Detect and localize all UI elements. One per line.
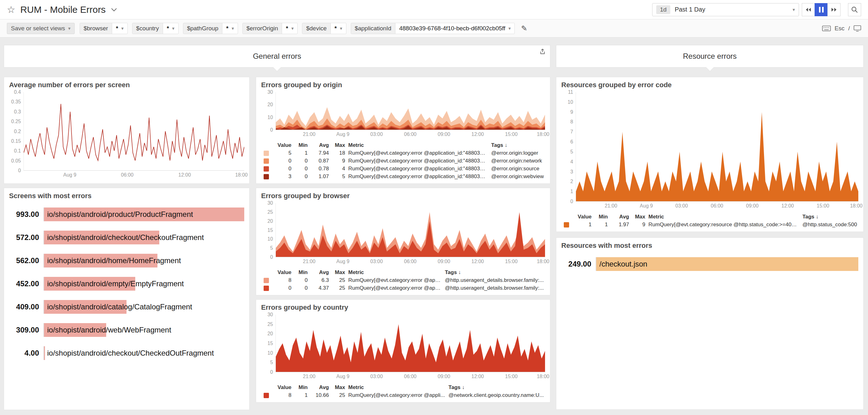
widget-avg-errors-per-screen[interactable]: Average number of errors per screen 0.40…	[4, 77, 250, 184]
legend-metric: RumQuery[@evt.category:error @applicatio…	[348, 173, 488, 180]
template-variable-errorOrigin[interactable]: $errorOrigin*▾	[242, 23, 298, 34]
legend-value: 0	[274, 166, 291, 172]
widget-errors-by-origin[interactable]: Errors grouped by origin 3020100 21:00Au…	[256, 77, 550, 184]
legend-header: Min	[294, 384, 308, 391]
toplist-bar-area: io/shopist/android/empty/EmptyFragment	[43, 277, 244, 291]
template-variable-browser[interactable]: $browser*▾	[80, 23, 128, 34]
legend-value: 5	[274, 150, 291, 156]
legend-header: Max	[632, 214, 645, 220]
edit-pencil-icon[interactable]: ✎	[521, 24, 527, 33]
toplist-row[interactable]: 249.00/checkout.json	[561, 257, 858, 271]
legend-avg: 0.78	[311, 166, 329, 172]
widget-resources-with-most-errors[interactable]: Resources with most errors 249.00/checko…	[556, 237, 864, 410]
x-axis-tick: Aug 9	[336, 374, 349, 379]
pause-button[interactable]	[814, 3, 828, 16]
chevron-down-icon[interactable]	[111, 7, 118, 11]
legend-swatch[interactable]	[264, 151, 269, 156]
legend-min: 1	[294, 392, 308, 398]
variable-name: $device	[302, 23, 331, 34]
legend-swatch[interactable]	[264, 278, 269, 283]
legend-header: Tags ↓	[448, 384, 544, 391]
monitor-icon[interactable]	[854, 25, 861, 32]
resource-column: Resources grouped by error code 11109876…	[556, 77, 864, 410]
chevron-down-icon: ▾	[172, 26, 175, 31]
legend-tags: @http.status_code:500	[802, 221, 857, 228]
legend-tags: @error.origin:source	[491, 166, 544, 172]
y-axis-tick: 25	[267, 322, 273, 327]
browser-area-chart[interactable]	[276, 203, 545, 257]
plot-area[interactable]	[276, 315, 545, 372]
toplist-bar-area: io/shopist/android/web/WebFragment	[43, 323, 244, 337]
time-backward-button[interactable]	[802, 3, 815, 16]
template-variable-applicationId[interactable]: $applicationId48803e39-6768-4f10-becb-d6…	[351, 23, 515, 34]
template-variable-device[interactable]: $device*▾	[302, 23, 346, 34]
toplist-row[interactable]: 572.00io/shopist/android/checkout/Checko…	[9, 231, 244, 244]
general-left-column: Average number of errors per screen 0.40…	[4, 77, 250, 410]
plot-area[interactable]	[276, 203, 545, 257]
origin-area-chart[interactable]	[276, 92, 545, 130]
toplist-row[interactable]: 309.00io/shopist/android/web/WebFragment	[9, 323, 244, 337]
toplist-row[interactable]: 993.00io/shopist/android/product/Product…	[9, 208, 244, 221]
toplist-label: io/shopist/android/product/ProductFragme…	[47, 210, 193, 219]
variable-value[interactable]: *▾	[282, 23, 297, 34]
legend-swatch[interactable]	[264, 158, 269, 164]
toplist-row[interactable]: 452.00io/shopist/android/empty/EmptyFrag…	[9, 277, 244, 291]
legend-swatch[interactable]	[264, 174, 269, 179]
x-axis-tick: 06:00	[404, 131, 416, 137]
variable-value[interactable]: *▾	[331, 23, 346, 34]
legend-swatch[interactable]	[564, 222, 569, 228]
toplist-bar-area: io/shopist/android/checkout/CheckedOutFr…	[43, 346, 244, 360]
legend-metric: RumQuery[@evt.category:error @applic...	[348, 285, 442, 291]
country-area-chart[interactable]	[276, 315, 545, 372]
legend-max: 18	[332, 150, 345, 156]
time-range-picker[interactable]: 1d Past 1 Day ▾	[652, 3, 799, 16]
toplist-value: 562.00	[9, 256, 43, 265]
time-forward-button[interactable]	[827, 3, 840, 16]
y-axis-tick: 20	[267, 331, 273, 336]
legend-swatch[interactable]	[264, 286, 269, 291]
toplist-row[interactable]: 4.00io/shopist/android/checkout/CheckedO…	[9, 346, 244, 360]
legend-min: 0	[294, 285, 308, 291]
template-variable-pathGroup[interactable]: $pathGroup*▾	[183, 23, 238, 34]
variable-value[interactable]: *▾	[163, 23, 178, 34]
y-axis-tick: 8	[570, 119, 573, 125]
toplist-bar-area: /checkout.json	[596, 257, 858, 271]
legend-swatch[interactable]	[264, 166, 269, 172]
variable-value[interactable]: *▾	[222, 23, 238, 34]
group-header-general[interactable]: General errors	[4, 45, 550, 67]
avg-errors-line-chart[interactable]	[24, 92, 244, 170]
y-axis-tick: 0	[570, 199, 573, 204]
toplist-row[interactable]: 409.00io/shopist/android/catalog/Catalog…	[9, 300, 244, 314]
variable-value[interactable]: *▾	[112, 23, 127, 34]
plot-area[interactable]	[276, 92, 545, 130]
share-export-icon[interactable]	[539, 49, 546, 55]
y-axis-tick: 0	[270, 127, 273, 133]
group-header-resource[interactable]: Resource errors	[556, 45, 864, 67]
legend-tags: @error.origin:logger	[491, 150, 544, 156]
time-controls: 1d Past 1 Day ▾	[652, 3, 861, 16]
widget-errors-by-browser[interactable]: Errors grouped by browser 302520151050 2…	[256, 188, 550, 295]
legend-metric: RumQuery[@evt.category:error @applicatio…	[348, 158, 488, 164]
plot-area[interactable]	[24, 92, 244, 171]
y-axis-tick: 0	[270, 255, 273, 260]
template-variable-country[interactable]: $country*▾	[132, 23, 179, 34]
favorite-star-icon[interactable]: ☆	[7, 5, 15, 14]
widget-resources-by-error-code[interactable]: Resources grouped by error code 11109876…	[556, 77, 864, 232]
toplist-label: io/shopist/android/catalog/CatalogFragme…	[47, 302, 192, 311]
chevron-down-icon: ▾	[68, 26, 70, 31]
toplist-row[interactable]: 562.00io/shopist/android/home/HomeFragme…	[9, 254, 244, 267]
saved-views-button[interactable]: Save or select views ▾	[7, 23, 75, 34]
zoom-button[interactable]	[848, 3, 861, 16]
widget-title: Resources with most errors	[561, 242, 858, 250]
toplist-value: 249.00	[561, 260, 596, 268]
resource-code-area-chart[interactable]	[576, 92, 858, 201]
variable-value[interactable]: 48803e39-6768-4f10-becb-d6f002cb05ff▾	[396, 23, 515, 34]
widget-screens-with-most-errors[interactable]: Screens with most errors 993.00io/shopis…	[4, 188, 250, 410]
widget-errors-by-country[interactable]: Errors grouped by country 302520151050 2…	[256, 299, 550, 403]
y-axis-tick: 10	[567, 99, 573, 105]
plot-area[interactable]	[576, 92, 858, 202]
legend-swatch[interactable]	[264, 393, 269, 398]
y-axis-tick: 20	[267, 218, 273, 224]
x-axis-tick: Aug 9	[336, 259, 349, 264]
dashboard-body: General errors Average number of errors …	[0, 37, 868, 410]
